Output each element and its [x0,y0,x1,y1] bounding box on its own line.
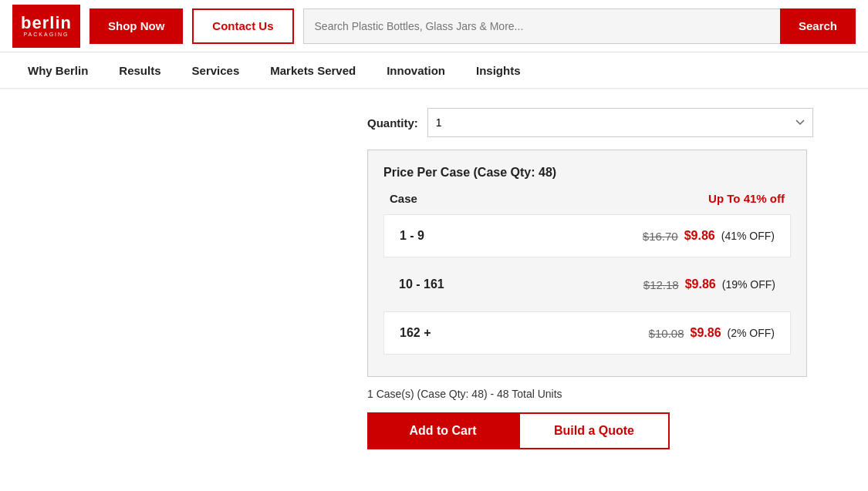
price-range-2: 10 - 161 [399,277,444,291]
price-sale-3: $9.86 [691,326,721,340]
nav-item-insights[interactable]: Insights [461,52,536,89]
nav-item-services[interactable]: Services [177,52,255,89]
quantity-row: Quantity: 1 [0,102,868,150]
price-range-1: 1 - 9 [400,229,424,243]
search-input[interactable] [303,8,780,44]
price-original-3: $10.08 [649,327,684,340]
price-box: Price Per Case (Case Qty: 48) Case Up To… [367,150,807,377]
price-values-2: $12.18 $9.86 (19% OFF) [643,277,775,291]
build-quote-button[interactable]: Build a Quote [518,412,670,449]
search-bar: Search [303,8,856,44]
price-box-wrapper: Price Per Case (Case Qty: 48) Case Up To… [0,150,868,377]
price-row-1: 1 - 9 $16.70 $9.86 (41% OFF) [383,214,791,257]
add-to-cart-button[interactable]: Add to Cart [367,412,518,449]
price-row-2: 10 - 161 $12.18 $9.86 (19% OFF) [383,264,791,305]
price-off-2: (19% OFF) [722,278,775,291]
price-header-discount: Up To 41% off [708,192,785,205]
search-button[interactable]: Search [780,8,856,44]
price-header-row: Case Up To 41% off [383,192,791,214]
price-header-case: Case [390,192,417,205]
price-row-3: 162 + $10.08 $9.86 (2% OFF) [383,311,791,355]
shop-now-button[interactable]: Shop Now [90,8,183,44]
action-buttons: Add to Cart Build a Quote [0,412,868,449]
logo-brand: berlin [21,15,72,32]
summary-line: 1 Case(s) (Case Qty: 48) - 48 Total Unit… [0,377,868,412]
price-original-1: $16.70 [643,230,678,243]
quantity-label: Quantity: [367,116,418,129]
price-off-1: (41% OFF) [721,230,775,242]
price-box-title: Price Per Case (Case Qty: 48) [383,166,791,180]
nav-item-innovation[interactable]: Innovation [371,52,461,89]
nav-item-markets-served[interactable]: Markets Served [255,52,371,89]
price-sale-2: $9.86 [685,277,716,291]
contact-us-button[interactable]: Contact Us [192,8,293,44]
quantity-select[interactable]: 1 [427,108,813,137]
nav-item-why-berlin[interactable]: Why Berlin [12,52,103,89]
price-values-1: $16.70 $9.86 (41% OFF) [643,229,775,243]
price-original-2: $12.18 [643,278,679,291]
navigation: Why Berlin Results Services Markets Serv… [0,52,868,89]
price-values-3: $10.08 $9.86 (2% OFF) [649,326,775,340]
main-content: Quantity: 1 Price Per Case (Case Qty: 48… [0,89,868,449]
logo-sub: PACKAGING [23,32,69,37]
price-off-3: (2% OFF) [728,327,775,339]
nav-item-results[interactable]: Results [103,52,176,89]
header: berlin PACKAGING Shop Now Contact Us Sea… [0,0,868,52]
logo[interactable]: berlin PACKAGING [12,5,80,48]
price-sale-1: $9.86 [684,229,715,243]
price-range-3: 162 + [400,326,431,340]
